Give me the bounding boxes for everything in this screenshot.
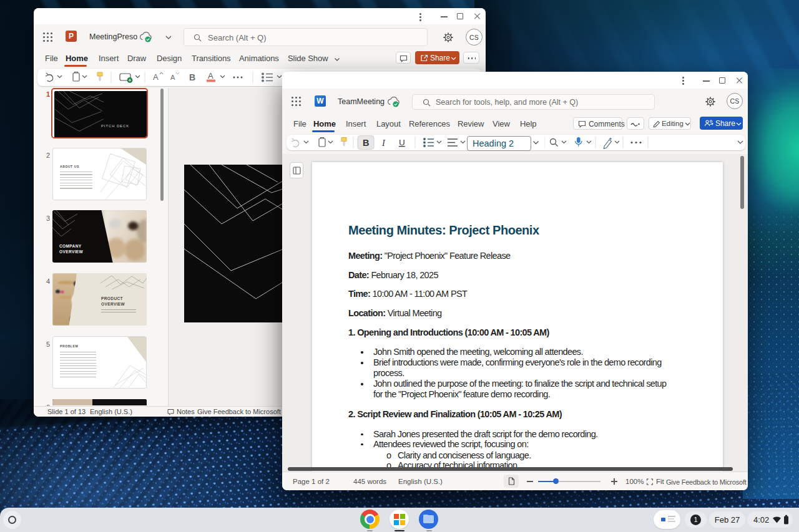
svg-text:A: A <box>208 71 213 80</box>
svg-text:PITCH DECK: PITCH DECK <box>101 124 129 128</box>
svg-text:A: A <box>153 72 159 82</box>
svg-text:B: B <box>363 138 369 148</box>
svg-text:A: A <box>170 74 175 81</box>
svg-text:I: I <box>381 138 386 148</box>
svg-text:B: B <box>189 72 195 82</box>
svg-text:U: U <box>399 138 405 147</box>
